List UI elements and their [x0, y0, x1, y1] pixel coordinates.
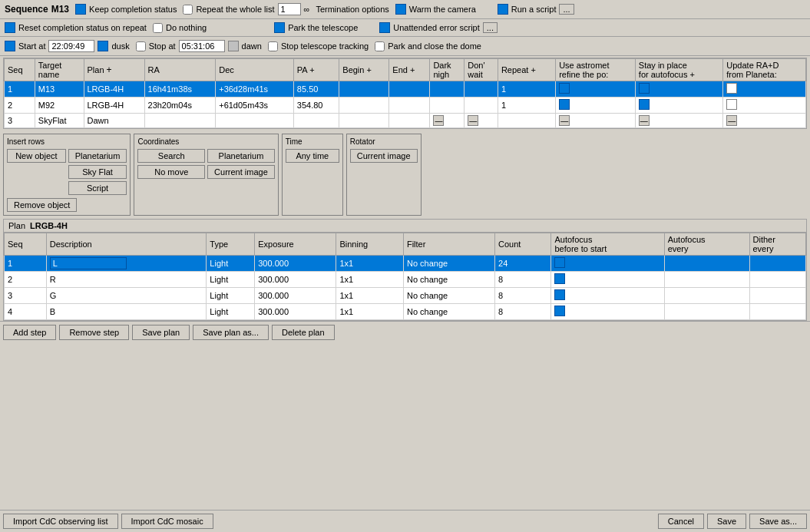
seq-table-row[interactable]: 3SkyFlatDawn————— [5, 114, 806, 128]
save-as-btn[interactable]: Save as... [749, 514, 807, 529]
plan-seq-cell: 2 [5, 272, 47, 288]
ra-cell: 16h41m38s [144, 81, 216, 97]
warm-camera-label: Warm the camera [409, 5, 476, 14]
park-dome-checkbox[interactable] [375, 41, 385, 51]
sky-flat-btn[interactable]: Sky Flat [68, 165, 127, 179]
plan-af-every-cell [664, 272, 749, 288]
remove-step-btn[interactable]: Remove step [59, 325, 129, 340]
astro-cell [556, 81, 636, 97]
any-time-btn[interactable]: Any time [286, 149, 339, 163]
stop-time-input[interactable] [179, 40, 225, 52]
dawn-checkbox[interactable] [228, 41, 239, 51]
col-pa: PA + [293, 59, 339, 81]
no-move-btn[interactable]: No move [137, 165, 205, 179]
sequence-name: M13 [51, 4, 69, 15]
park-telescope-checkbox[interactable] [274, 22, 285, 33]
plan-table-row[interactable]: 4BLight300.0001x1No change8 [5, 304, 806, 320]
plan-exposure-cell: 300.000 [255, 272, 336, 288]
remove-object-btn[interactable]: Remove object [7, 198, 77, 212]
col-target: Targetname [35, 59, 84, 81]
empty-checkbox[interactable] [726, 99, 737, 110]
reset-completion-label: Reset completion status on repeat [18, 23, 147, 32]
warm-camera-checkbox[interactable] [395, 4, 406, 15]
plan-cell: LRGB-4H [84, 81, 144, 97]
keep-completion-checkbox[interactable] [75, 4, 86, 15]
stop-at-checkbox[interactable] [136, 41, 146, 51]
dusk-checkbox[interactable] [98, 41, 108, 51]
plan-dither-cell [749, 304, 806, 320]
start-time-input[interactable] [48, 40, 94, 52]
col-stay: Stay in placefor autofocus + [635, 59, 722, 81]
plan-table-row[interactable]: 2RLight300.0001x1No change8 [5, 272, 806, 288]
plan-type-cell: Light [207, 256, 255, 272]
script-btn[interactable]: Script [68, 181, 127, 195]
current-image-coords-btn[interactable]: Current image [207, 165, 275, 179]
do-nothing-checkbox[interactable] [153, 23, 163, 33]
seq-table-row[interactable]: 1M13LRGB-4H16h41m38s+36d28m41s85.501 [5, 81, 806, 97]
empty-checkbox[interactable] [726, 83, 737, 94]
col-dark: Darknigh [430, 59, 465, 81]
blue-checkbox-icon[interactable] [559, 83, 570, 94]
reset-completion-checkbox[interactable] [5, 22, 15, 33]
af-before-checkbox[interactable] [554, 306, 565, 316]
plan-desc-input[interactable] [50, 257, 127, 269]
insert-rows-title: Insert rows [7, 137, 127, 146]
begin-add-icon[interactable]: + [367, 65, 372, 74]
blue-checkbox-icon[interactable] [559, 99, 570, 110]
af-before-checkbox[interactable] [554, 289, 565, 300]
pa-add-icon[interactable]: + [309, 65, 314, 74]
repeat-add-icon[interactable]: + [531, 65, 535, 74]
add-step-btn[interactable]: Add step [3, 325, 56, 340]
save-plan-as-btn[interactable]: Save plan as... [193, 325, 269, 340]
pa-cell [293, 114, 339, 128]
start-at-checkbox[interactable] [5, 41, 15, 51]
plan-seq-cell: 3 [5, 288, 47, 304]
af-before-checkbox[interactable] [554, 273, 565, 284]
col-dec: Dec [216, 59, 294, 81]
repeat-value[interactable] [278, 3, 301, 15]
af-before-checkbox[interactable] [554, 257, 565, 268]
end-add-icon[interactable]: + [410, 65, 415, 74]
sequence-section: Sequence M13 [5, 4, 69, 15]
seq-table-row[interactable]: 2M92LRGB-4H23h20m04s+61d05m43s354.801 [5, 97, 806, 114]
plan-add-icon[interactable]: + [107, 64, 112, 75]
stop-tracking-label: Stop telescope tracking [281, 41, 369, 51]
plan-filter-cell: No change [403, 272, 494, 288]
save-btn[interactable]: Save [707, 514, 746, 529]
coords-title: Coordinates [137, 137, 274, 146]
sequence-table-area: Seq Targetname Plan + RA Dec PA + Begin … [3, 58, 807, 129]
import-mosaic-btn[interactable]: Import CdC mosaic [121, 514, 213, 529]
plan-desc-cell: G [46, 288, 207, 304]
repeat-section: Repeat the whole list ∞ [183, 3, 309, 15]
repeat-checkbox[interactable] [183, 5, 193, 15]
plan-table-row[interactable]: 3GLight300.0001x1No change8 [5, 288, 806, 304]
stop-tracking-checkbox[interactable] [268, 41, 278, 51]
blue-checkbox-icon[interactable] [639, 99, 650, 110]
new-object-btn[interactable]: New object [7, 149, 66, 163]
col-astromet: Use astrometrefine the po: [556, 59, 636, 81]
plan-table-row[interactable]: 1Light300.0001x1No change24 [5, 256, 806, 272]
stop-tracking-section: Stop telescope tracking [268, 41, 369, 51]
plan-type-cell: Light [207, 304, 255, 320]
sequence-table: Seq Targetname Plan + RA Dec PA + Begin … [4, 58, 806, 128]
save-plan-btn[interactable]: Save plan [132, 325, 190, 340]
plan-col-af-before: Autofocusbefore to start [551, 233, 664, 256]
stay-add-icon[interactable]: + [690, 70, 695, 79]
plan-col-count: Count [495, 233, 551, 256]
cancel-btn[interactable]: Cancel [658, 514, 704, 529]
run-script-checkbox[interactable] [498, 4, 508, 15]
planetarium-coords-btn[interactable]: Planetarium [207, 149, 275, 163]
delete-plan-btn[interactable]: Delete plan [272, 325, 335, 340]
unattended-checkbox[interactable] [379, 22, 390, 33]
plan-filter-cell: No change [403, 256, 494, 272]
search-btn[interactable]: Search [137, 149, 205, 163]
unattended-dots[interactable]: ... [483, 22, 498, 33]
plan-binning-cell: 1x1 [336, 288, 403, 304]
import-cdc-btn[interactable]: Import CdC observing list [3, 514, 118, 529]
planetarium-btn-insert[interactable]: Planetarium [68, 149, 127, 163]
infinity-symbol: ∞ [304, 5, 310, 14]
run-script-dots[interactable]: ... [559, 4, 574, 15]
plan-buttons: Add step Remove step Save plan Save plan… [0, 321, 810, 343]
current-image-rotator-btn[interactable]: Current image [350, 149, 418, 163]
blue-checkbox-icon[interactable] [639, 83, 650, 94]
